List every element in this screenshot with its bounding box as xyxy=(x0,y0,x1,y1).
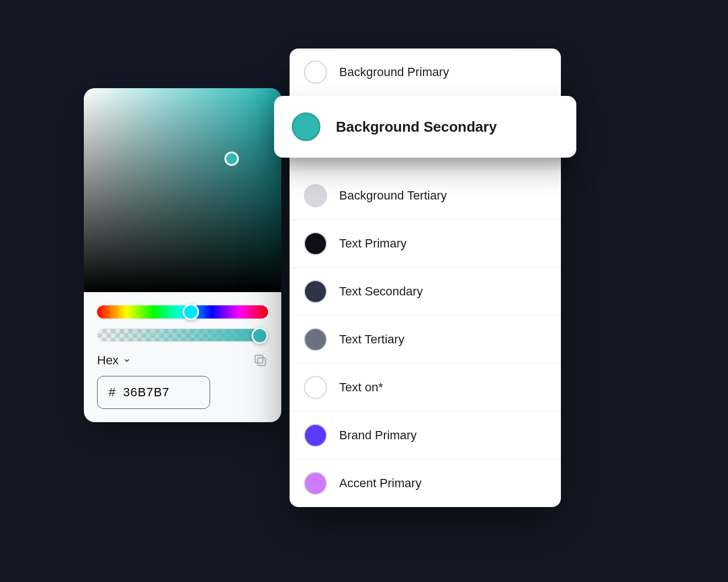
picker-controls: Hex # xyxy=(84,292,281,422)
format-dropdown-label: Hex xyxy=(97,353,119,368)
hex-prefix: # xyxy=(109,385,115,400)
token-label: Text Secondary xyxy=(339,284,423,299)
swatch xyxy=(292,112,320,141)
token-row-text-tertiary[interactable]: Text Tertiary xyxy=(290,316,561,364)
token-row-background-primary[interactable]: Background Primary xyxy=(290,48,561,96)
token-label: Background Tertiary xyxy=(339,188,447,203)
hex-input[interactable]: # xyxy=(97,376,210,409)
token-row-background-secondary[interactable]: Background Secondary xyxy=(274,96,576,158)
format-row: Hex xyxy=(97,353,268,368)
token-row-brand-primary[interactable]: Brand Primary xyxy=(290,412,561,460)
token-label: Text Tertiary xyxy=(339,332,404,347)
swatch xyxy=(304,472,327,495)
hex-value-field[interactable] xyxy=(123,385,189,400)
selected-shadow xyxy=(290,155,561,172)
token-label: Text Primary xyxy=(339,236,406,251)
token-label: Accent Primary xyxy=(339,476,421,491)
svg-rect-0 xyxy=(258,358,265,365)
chevron-down-icon xyxy=(123,357,131,364)
token-label: Text on* xyxy=(339,380,383,395)
swatch xyxy=(304,61,327,84)
copy-icon[interactable] xyxy=(253,353,268,368)
saturation-lightness-area[interactable] xyxy=(84,88,281,292)
token-row-accent-primary[interactable]: Accent Primary xyxy=(290,460,561,507)
color-picker-panel: Hex # xyxy=(84,88,281,422)
alpha-handle[interactable] xyxy=(251,327,268,344)
token-row-text-primary[interactable]: Text Primary xyxy=(290,220,561,268)
hue-handle[interactable] xyxy=(183,304,199,320)
token-label: Brand Primary xyxy=(339,428,417,443)
swatch xyxy=(304,424,327,447)
color-token-list: Background Primary Background Secondary … xyxy=(290,48,561,507)
color-handle[interactable] xyxy=(224,152,239,166)
format-dropdown[interactable]: Hex xyxy=(97,353,131,368)
token-row-background-tertiary[interactable]: Background Tertiary xyxy=(290,172,561,220)
hue-slider[interactable] xyxy=(97,305,268,319)
swatch xyxy=(304,184,327,207)
token-label: Background Secondary xyxy=(336,118,497,136)
alpha-slider[interactable] xyxy=(97,328,268,342)
token-row-text-secondary[interactable]: Text Secondary xyxy=(290,268,561,316)
token-row-text-on[interactable]: Text on* xyxy=(290,364,561,412)
swatch xyxy=(304,328,327,351)
svg-rect-1 xyxy=(255,355,263,363)
swatch xyxy=(304,376,327,399)
token-label: Background Primary xyxy=(339,65,449,79)
swatch xyxy=(304,280,327,303)
swatch xyxy=(304,232,327,255)
